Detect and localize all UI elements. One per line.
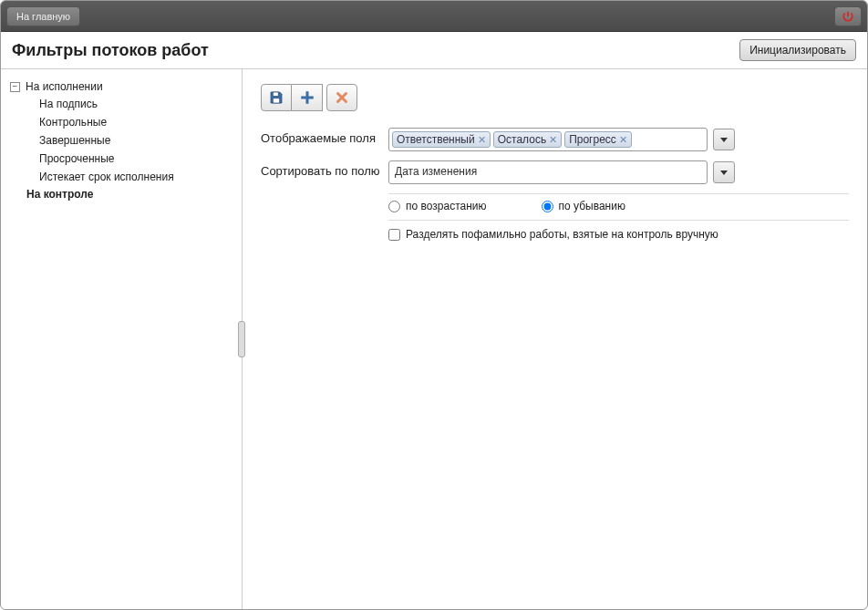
tree-node-label: На исполнении [26,80,103,93]
power-button[interactable] [834,6,862,26]
tree-node-item[interactable]: Контрольные [39,113,234,131]
action-toolbar [261,84,849,111]
svg-marker-6 [720,138,728,142]
chevron-down-icon [719,168,728,177]
tree-node-label: Завершенные [39,134,110,147]
page-title: Фильтры потоков работ [12,41,209,60]
sort-field-row: Сортировать по полю Дата изменения [261,160,849,184]
plus-icon [299,89,315,106]
tag-item[interactable]: Осталось ✕ [493,131,562,148]
split-by-name-checkbox[interactable] [388,229,400,241]
sidebar: − На исполнении На подпись Контрольные З… [1,69,243,609]
header-bar: Фильтры потоков работ Инициализировать [1,32,867,69]
svg-rect-3 [301,97,314,99]
tree-collapse-icon[interactable]: − [10,82,20,92]
delete-button[interactable] [326,84,357,111]
tree-node-label: Истекает срок исполнения [39,171,174,183]
display-fields-input[interactable]: Ответственный ✕ Осталось ✕ Прогресс ✕ [388,128,708,151]
power-icon [842,10,854,23]
sort-direction-row: по возрастанию по убыванию [388,193,849,212]
content-area: − На исполнении На подпись Контрольные З… [1,69,867,609]
sort-asc-radio[interactable] [388,201,400,212]
top-toolbar: На главную [1,1,867,32]
tree-node-item[interactable]: Завершенные [39,131,234,150]
tag-item[interactable]: Ответственный ✕ [392,131,491,148]
tree-node-root[interactable]: − На исполнении [8,78,234,95]
add-button[interactable] [292,84,323,111]
tag-remove-icon[interactable]: ✕ [619,135,627,145]
display-fields-row: Отображаемые поля Ответственный ✕ Остало… [261,128,849,151]
svg-rect-0 [273,92,278,97]
split-by-name-label: Разделять пофамильно работы, взятые на к… [406,228,718,241]
sort-field-dropdown-button[interactable] [713,161,735,183]
chevron-down-icon [719,135,728,144]
save-button[interactable] [261,84,292,111]
split-by-name-row: Разделять пофамильно работы, взятые на к… [388,220,849,241]
svg-rect-1 [273,98,280,103]
tree-node-item[interactable]: Просроченные [39,150,234,168]
sort-desc-radio[interactable] [542,201,553,212]
sort-desc-label: по убыванию [559,200,625,212]
sort-asc-label: по возрастанию [406,200,487,212]
tree-node-label: Просроченные [39,152,115,165]
delete-icon [334,89,350,106]
tree-node-item[interactable]: Истекает срок исполнения [39,168,234,186]
app-window: На главную Фильтры потоков работ Инициал… [0,0,868,610]
tree-children: На подпись Контрольные Завершенные Проср… [8,95,234,186]
tag-item[interactable]: Прогресс ✕ [564,131,632,148]
tree-node-label: Контрольные [39,116,107,129]
sort-field-select[interactable]: Дата изменения [388,160,708,184]
main-panel: Отображаемые поля Ответственный ✕ Остало… [243,69,867,609]
sort-desc-option[interactable]: по убыванию [542,200,625,212]
tree-node-item[interactable]: На подпись [39,95,234,113]
tag-label: Осталось [498,133,546,146]
save-icon [268,89,284,106]
tree-node-label: На подпись [39,98,98,110]
display-fields-label: Отображаемые поля [261,128,388,145]
sort-asc-option[interactable]: по возрастанию [388,200,487,212]
home-button[interactable]: На главную [6,6,80,26]
initialize-button[interactable]: Инициализировать [739,39,856,61]
display-fields-dropdown-button[interactable] [713,129,735,150]
svg-marker-7 [720,171,728,175]
tag-remove-icon[interactable]: ✕ [549,135,557,145]
filter-tree: − На исполнении На подпись Контрольные З… [8,78,234,202]
tag-remove-icon[interactable]: ✕ [478,135,486,145]
tag-label: Прогресс [569,133,616,146]
splitter-handle[interactable] [238,321,245,357]
tree-node-control[interactable]: На контроле [8,186,234,202]
tree-node-label: На контроле [26,188,93,201]
tag-label: Ответственный [397,133,475,146]
sort-field-label: Сортировать по полю [261,160,388,178]
